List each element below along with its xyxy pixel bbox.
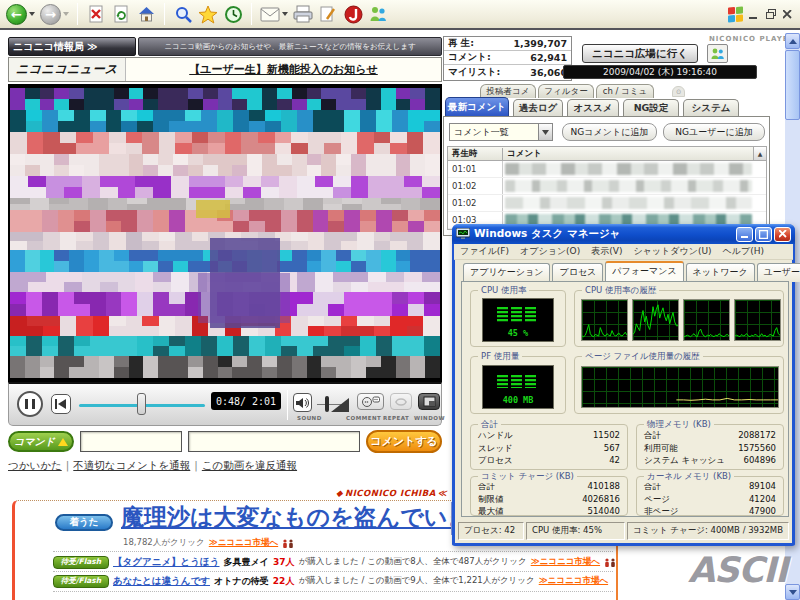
cpu-history-graph-2 <box>632 299 679 341</box>
tab-recommend[interactable]: オススメ <box>567 99 619 116</box>
favorites-button[interactable] <box>198 4 218 24</box>
window-widgets <box>728 7 794 22</box>
add-ng-comment-button[interactable]: NGコメントに追加 <box>562 123 657 141</box>
messenger-mini-button[interactable] <box>707 44 728 63</box>
comment-input[interactable] <box>188 431 360 452</box>
tab-past-log[interactable]: 過去ログ <box>513 99 563 116</box>
task-manager-titlebar[interactable]: Windows タスク マネージャ <box>452 224 795 244</box>
report-video-link[interactable]: この動画を違反通報 <box>202 459 297 471</box>
news-headline-link[interactable]: 【ユーザー生】新機能投入のお知らせ <box>189 62 378 77</box>
ghost-tab-icon[interactable]: ʘ <box>672 86 685 97</box>
window-minimize-button[interactable] <box>747 8 760 21</box>
pause-button[interactable] <box>17 391 43 417</box>
comment-toggle-button[interactable] <box>357 393 384 410</box>
print-icon <box>293 5 313 23</box>
ichiba-title-link[interactable]: 魔理沙は大変なものを盗んでいきま <box>121 504 453 530</box>
taskmgr-tab-processes[interactable]: プロセス <box>552 263 603 282</box>
search-button[interactable] <box>173 4 193 24</box>
scrollbar-up-button[interactable] <box>785 33 800 49</box>
taskmgr-tab-networking[interactable]: ネットワーク <box>686 263 755 282</box>
messenger-button[interactable] <box>368 4 388 24</box>
market-link[interactable]: ≫ニコニコ市場へ <box>209 537 278 549</box>
command-button[interactable]: コマンド <box>8 431 74 452</box>
volume-slider[interactable] <box>317 396 349 412</box>
scrollbar-down-button[interactable] <box>785 584 800 600</box>
command-input[interactable] <box>80 431 182 452</box>
tab-system[interactable]: システム <box>683 99 739 116</box>
status-cpu-usage: CPU 使用率: 45% <box>526 522 625 540</box>
window-size-button[interactable] <box>418 393 440 410</box>
forward-button[interactable]: → <box>40 4 69 25</box>
menu-file[interactable]: ファイル(F) <box>460 245 509 258</box>
menu-options[interactable]: オプション(O) <box>520 245 580 258</box>
market-link[interactable]: ≫ニコニコ市場へ <box>531 556 600 568</box>
howto-link[interactable]: つかいかた <box>8 459 62 471</box>
mute-button[interactable] <box>293 393 312 412</box>
taskmgr-minimize-button[interactable] <box>736 227 753 242</box>
wallpaper-flash-badge[interactable]: 待受/Flash <box>53 556 109 569</box>
favorites-star-icon <box>198 5 218 24</box>
status-commit-charge: コミット チャージ: 400MB / 3932MB <box>627 522 789 540</box>
ichiba-item-link[interactable]: 【タグアニメ】とうほう <box>113 556 220 569</box>
blurred-comment <box>505 180 752 192</box>
task-manager-window[interactable]: Windows タスク マネージャ ファイル(F) オプション(O) 表示(V)… <box>452 224 795 546</box>
dotted-divider <box>53 551 613 552</box>
tab-uploader-comments[interactable]: 投稿者コメ <box>480 84 536 98</box>
taskmgr-maximize-button[interactable] <box>755 227 772 242</box>
mail-dropdown-icon[interactable] <box>282 12 288 16</box>
menu-view[interactable]: 表示(V) <box>591 245 622 258</box>
mail-button[interactable] <box>260 7 288 22</box>
play-count-row: 再 生:1,399,707 <box>444 37 571 51</box>
tab-filter[interactable]: フィルター <box>538 84 594 98</box>
chevron-icon: ≫ <box>87 41 97 52</box>
edit-button[interactable] <box>318 4 338 24</box>
print-button[interactable] <box>293 4 313 24</box>
taskmgr-tab-applications[interactable]: アプリケーション <box>463 263 550 282</box>
menu-shutdown[interactable]: シャットダウン(U) <box>633 245 711 258</box>
volume-handle[interactable] <box>325 396 329 412</box>
taskmgr-close-button[interactable] <box>774 227 791 242</box>
window-restore-button[interactable] <box>764 8 777 21</box>
tab-latest-comments[interactable]: 最新コメント <box>445 97 509 116</box>
add-ng-user-button[interactable]: NGユーザーに追加 <box>663 123 765 141</box>
comment-row[interactable]: 01:02 <box>448 195 766 212</box>
refresh-button[interactable] <box>111 4 131 24</box>
comment-row[interactable]: 01:02 <box>448 178 766 195</box>
cpu-usage-gauge: 45 % <box>482 298 554 342</box>
home-button[interactable] <box>136 4 156 24</box>
scrollbar-thumb[interactable] <box>785 50 800 120</box>
comment-list-dropdown[interactable]: コメント一覧 <box>449 123 553 141</box>
report-comment-link[interactable]: 不適切なコメントを通報 <box>73 459 190 471</box>
cpu-usage-groupbox: CPU 使用率 45 % <box>470 290 566 347</box>
stop-button[interactable] <box>86 4 106 24</box>
seek-handle[interactable] <box>137 393 146 415</box>
window-close-button[interactable] <box>781 8 794 21</box>
cpu-history-graph-4 <box>734 299 781 341</box>
history-button[interactable] <box>223 4 243 24</box>
tab-ch-community[interactable]: ch / コミュ <box>596 84 654 98</box>
video-mosaic[interactable] <box>10 88 440 378</box>
taskmgr-tab-performance[interactable]: パフォーマンス <box>605 261 683 282</box>
comment-count-row: コメント:62,941 <box>444 51 571 65</box>
jword-button[interactable] <box>343 4 363 24</box>
blurred-comment <box>505 163 752 175</box>
window-label: WINDOW <box>414 415 445 421</box>
scroll-up-icon[interactable]: ▲ <box>753 147 766 160</box>
repeat-button[interactable] <box>390 393 412 410</box>
taskmgr-tab-users[interactable]: ユーザー <box>757 263 800 282</box>
back-button[interactable]: ← <box>6 4 35 25</box>
hiroba-button[interactable]: ニコニコ広場に行く <box>582 44 698 63</box>
dropdown-arrow-icon[interactable] <box>538 124 552 140</box>
market-link[interactable]: ≫ニコニコ市場へ <box>539 575 608 587</box>
back-dropdown-icon[interactable] <box>29 12 35 16</box>
submit-comment-button[interactable]: コメントする <box>366 430 442 453</box>
cpu-history-graph-3 <box>683 299 730 341</box>
tab-ng-settings[interactable]: NG設定 <box>623 99 679 116</box>
ichiba-item-link[interactable]: あなたとは違うんです <box>113 575 210 588</box>
skip-to-start-button[interactable] <box>51 394 71 414</box>
ringtone-badge[interactable]: 着うた <box>55 514 113 531</box>
forward-dropdown-icon[interactable] <box>63 12 69 16</box>
wallpaper-flash-badge[interactable]: 待受/Flash <box>53 575 109 588</box>
menu-help[interactable]: ヘルプ(H) <box>723 245 764 258</box>
comment-row[interactable]: 01:01 <box>448 161 766 178</box>
